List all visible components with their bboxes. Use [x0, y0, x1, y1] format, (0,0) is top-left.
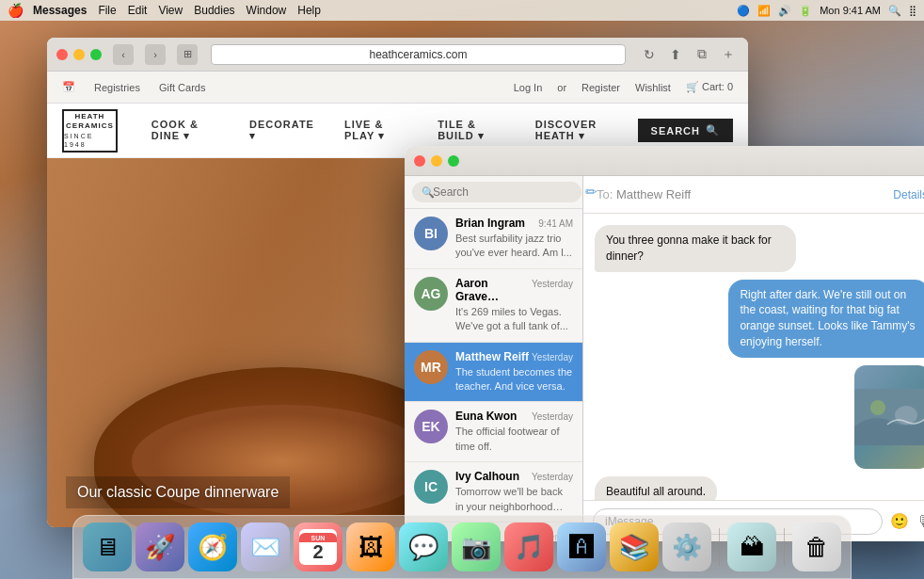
search-input[interactable] [412, 182, 581, 202]
message-image [854, 365, 924, 469]
safari-icon[interactable]: 🧭 [188, 523, 237, 571]
forward-button[interactable]: › [145, 44, 166, 65]
message-row: You three gonna make it back for dinner? [595, 225, 924, 272]
close-button[interactable] [56, 49, 68, 60]
conv-preview: Tomorrow we'll be back in your neighborh… [455, 485, 573, 514]
photos-landscape-icon[interactable]: 🏔 [727, 523, 776, 571]
battery-icon: 🔋 [799, 5, 812, 17]
compose-button[interactable]: ✏ [585, 182, 597, 202]
menubar: 🍎 Messages File Edit View Buddies Window… [0, 0, 924, 21]
details-button[interactable]: Details [893, 188, 924, 201]
addtab-button[interactable]: ＋ [718, 44, 739, 65]
avatar: MR [414, 350, 448, 384]
maximize-button[interactable] [90, 49, 102, 60]
chat-area: To: Matthew Reiff Details You three gonn… [583, 176, 924, 541]
menu-items: Messages File Edit View Buddies Window H… [33, 4, 737, 17]
message-bubble: Right after dark. We're still out on the… [728, 280, 924, 358]
heath-menu-liveplay[interactable]: LIVE & PLAY ▾ [329, 119, 422, 142]
message-bubble: You three gonna make it back for dinner? [595, 225, 796, 272]
search-icon: 🔍 [706, 124, 720, 137]
heath-menu-cook[interactable]: COOK & DINE ▾ [136, 119, 234, 142]
heath-nav-right: Log In or Register Wishlist 🛒 Cart: 0 [514, 81, 733, 93]
messages-body: 🔍 ✏ BI Brian Ingram 9:41 AM Best surfabi… [405, 176, 924, 541]
appstore-icon[interactable]: 🅰 [557, 523, 606, 571]
apple-menu[interactable]: 🍎 [8, 3, 24, 18]
bluetooth-icon: 🔵 [737, 5, 750, 17]
gift-cards-link[interactable]: Gift Cards [159, 82, 206, 93]
clock: Mon 9:41 AM [820, 5, 881, 16]
conv-name: Euna Kwon [455, 410, 517, 423]
conv-preview: Best surfability jazz trio you've ever h… [455, 232, 573, 261]
conv-name: Ivy Calhoun [455, 470, 519, 483]
chat-header: To: Matthew Reiff Details [583, 176, 924, 214]
photos-icon[interactable]: 🖼 [346, 523, 395, 571]
conversation-item[interactable]: IC Ivy Calhoun Yesterday Tomorrow we'll … [405, 462, 582, 523]
url-bar[interactable]: heathceramics.com [211, 44, 626, 65]
menu-edit[interactable]: Edit [128, 4, 148, 17]
conv-time: Yesterday [532, 411, 573, 422]
login-link[interactable]: Log In [514, 82, 543, 93]
menu-file[interactable]: File [98, 4, 116, 17]
minimize-button[interactable] [73, 49, 85, 60]
heath-menu-tilebuild[interactable]: TILE & BUILD ▾ [422, 119, 520, 142]
wishlist-link[interactable]: Wishlist [635, 82, 671, 93]
heath-logo[interactable]: HEATH CERAMICS SINCE 1948 [62, 109, 118, 153]
browser-titlebar: ‹ › ⊞ heathceramics.com ↻ ⬆ ⧉ ＋ [47, 38, 748, 72]
message-row: Beautiful all around. [595, 476, 924, 500]
dock-separator [719, 528, 720, 566]
systemprefs-icon[interactable]: ⚙️ [662, 523, 711, 571]
menu-buddies[interactable]: Buddies [194, 4, 234, 17]
message-row: Right after dark. We're still out on the… [595, 280, 924, 358]
messages-icon[interactable]: 💬 [399, 523, 448, 571]
search-menubar-icon[interactable]: 🔍 [888, 5, 901, 17]
refresh-button[interactable]: ↻ [639, 44, 660, 65]
menu-window[interactable]: Window [247, 4, 287, 17]
cart-link[interactable]: 🛒 Cart: 0 [686, 81, 733, 93]
finder-icon[interactable]: 🖥 [83, 523, 132, 571]
messages-minimize-button[interactable] [431, 155, 442, 167]
newwindow-button[interactable]: ⧉ [692, 44, 712, 65]
registries-link[interactable]: Registries [94, 82, 140, 93]
tabview-button[interactable]: ⊞ [177, 44, 198, 65]
conv-time: Yesterday [532, 279, 573, 289]
conv-time: Yesterday [532, 352, 573, 362]
heath-menu-discover[interactable]: DISCOVER HEATH ▾ [520, 119, 638, 142]
avatar: IC [414, 470, 448, 504]
heath-search-button[interactable]: SEARCH 🔍 [638, 119, 733, 142]
messages-close-button[interactable] [414, 155, 425, 167]
music-icon[interactable]: 🎵 [504, 523, 553, 571]
calendar-icon[interactable]: SUN 2 [294, 523, 343, 571]
conversation-content: Euna Kwon Yesterday The official footwea… [455, 410, 573, 454]
ibooks-icon[interactable]: 📚 [610, 523, 659, 571]
conversation-item[interactable]: AG Aaron Grave… Yesterday It's 269 miles… [405, 269, 582, 343]
wifi-icon: 📶 [757, 5, 771, 17]
conv-preview: It's 269 miles to Vegas. We've got a ful… [455, 305, 573, 334]
conv-name: Aaron Grave… [455, 277, 532, 303]
conv-name: Matthew Reiff [455, 350, 529, 363]
menu-view[interactable]: View [158, 4, 183, 17]
conversation-item-active[interactable]: MR Matthew Reiff Yesterday The student b… [405, 343, 582, 403]
trash-icon[interactable]: 🗑 [792, 523, 841, 571]
audio-button[interactable]: 🎙 [916, 513, 924, 530]
register-link[interactable]: Register [581, 82, 620, 93]
emoji-button[interactable]: 🙂 [890, 512, 909, 530]
app-name[interactable]: Messages [33, 4, 87, 17]
conversation-list: BI Brian Ingram 9:41 AM Best surfability… [405, 209, 582, 541]
dock: 🖥 🚀 🧭 ✉️ SUN 2 🖼 💬 📷 🎵 🅰 📚 ⚙️ 🏔 🗑 [72, 515, 852, 579]
launchpad-icon[interactable]: 🚀 [135, 523, 184, 571]
facetime-icon[interactable]: 📷 [452, 523, 501, 571]
recipient-name: Matthew Reiff [616, 187, 691, 201]
share-button[interactable]: ⬆ [665, 44, 686, 65]
messages-maximize-button[interactable] [448, 155, 459, 167]
conv-name: Brian Ingram [455, 217, 525, 230]
menu-help[interactable]: Help [297, 4, 321, 17]
heath-menu-decorate[interactable]: DECORATE ▾ [234, 119, 329, 142]
conversation-item[interactable]: BI Brian Ingram 9:41 AM Best surfability… [405, 209, 582, 269]
mail-icon[interactable]: ✉️ [241, 523, 290, 571]
back-button[interactable]: ‹ [113, 44, 134, 65]
conversation-item[interactable]: EK Euna Kwon Yesterday The official foot… [405, 402, 582, 462]
conversation-content: Ivy Calhoun Yesterday Tomorrow we'll be … [455, 470, 573, 514]
hero-caption: Our classic Coupe dinnerware [66, 476, 290, 508]
to-label: To: [597, 187, 616, 201]
multiwindow-icon[interactable]: ⣿ [909, 5, 916, 17]
